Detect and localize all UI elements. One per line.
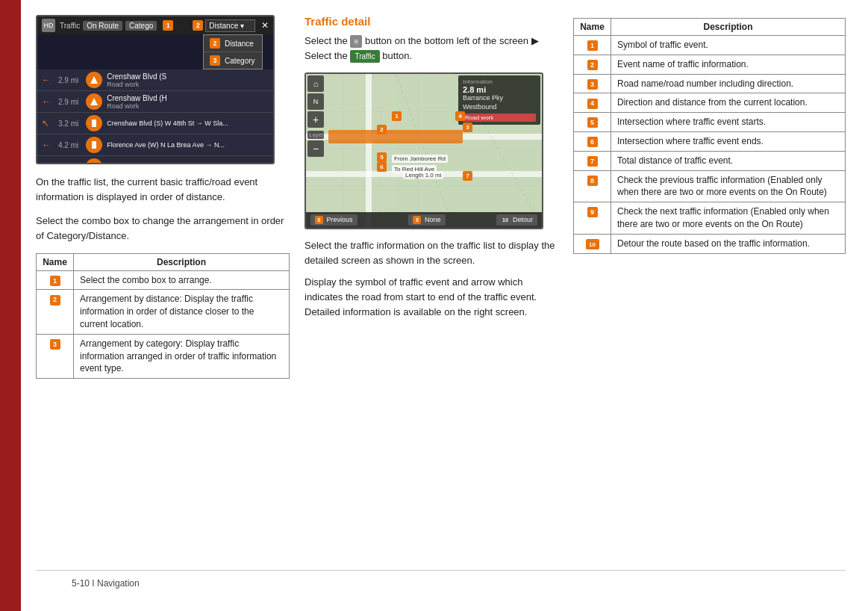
r-badge-cell-9: 9 [574, 202, 611, 235]
category-option-label: Category [225, 57, 255, 65]
r-desc-9: Check the next traffic information (Enab… [611, 202, 846, 235]
none-btn[interactable]: 9 None [408, 214, 445, 226]
r-badge-cell-2: 2 [574, 55, 611, 74]
nav-extra-label: Layer [307, 131, 324, 139]
desc-cell-1: Select the combo box to arrange. [74, 270, 290, 290]
r-badge-6: 6 [587, 137, 598, 147]
previous-btn[interactable]: 8 Previous [310, 214, 357, 226]
r-desc-6: Intersection where traffic event ends. [611, 131, 846, 151]
desc-cell-2: Arrangement by distance: Display the tra… [74, 290, 290, 334]
left-column: HD Traffic On Route Catego 1 2 Distance … [36, 15, 290, 562]
dist-4: 4.2 mi [58, 141, 78, 149]
r-badge-cell-1: 1 [574, 36, 611, 55]
nav-info-panel: Information 2.8 mi Barrance Pky Westboun… [458, 75, 540, 124]
content-area: HD Traffic On Route Catego 1 2 Distance … [21, 0, 868, 611]
table-row: 9 Check the next traffic information (En… [574, 202, 846, 235]
tl-row-3[interactable]: ↖ 3.2 mi Crenshaw Blvd (S) W 48th St → W… [37, 113, 273, 134]
dist-5: 4.9 mi [58, 163, 78, 165]
dist-2: 2.9 mi [58, 98, 78, 106]
table-row: 3 Arrangement by category: Display traff… [37, 334, 290, 378]
table-row: 6 Intersection where traffic event ends. [574, 131, 846, 151]
badge-cell-1: 1 [37, 270, 74, 290]
road-work-label: Road work [463, 114, 536, 122]
traffic-icon-4 [86, 137, 102, 153]
length-label: Length 1.0 mi [403, 171, 443, 179]
traffic-list-image: HD Traffic On Route Catego 1 2 Distance … [36, 15, 275, 164]
detour-btn[interactable]: 10 Detour [496, 214, 537, 226]
table-row: 2 Event name of traffic information. [574, 55, 846, 74]
traffic-button[interactable]: Traffic [350, 50, 379, 63]
left-table-name-header: Name [37, 253, 74, 270]
nav-zoom-out-icon[interactable]: − [307, 140, 324, 157]
nav-badge-5: 5 [377, 152, 387, 162]
td-intro-text: Select the ≡ button on the bottom left o… [305, 34, 558, 63]
arrow-icon-3: ↖ [42, 118, 54, 128]
from-label: From Jamboree Rd [392, 155, 448, 163]
main-columns: HD Traffic On Route Catego 1 2 Distance … [36, 15, 846, 562]
badge-cell-2: 2 [37, 290, 74, 334]
r-desc-8: Check the previous traffic information (… [611, 170, 846, 202]
distance-dropdown[interactable]: Distance ▾ [205, 19, 255, 32]
r-badge-2: 2 [587, 60, 598, 70]
tl-row-1[interactable]: ← 2.9 mi Crenshaw Blvd (S Road work [37, 69, 273, 91]
traffic-icon-2 [86, 93, 102, 110]
badge-2-header: 2 [193, 20, 203, 31]
road-info-4: Florence Ave (W) N La Brea Ave → N... [107, 141, 225, 149]
tl-row-4[interactable]: ← 4.2 mi Florence Ave (W) N La Brea Ave … [37, 134, 273, 156]
r-badge-cell-10: 10 [574, 234, 611, 253]
info-dist: 2.8 mi [463, 85, 536, 94]
tl-row-2[interactable]: ← 2.9 mi Crenshaw Blvd (H Road work [37, 91, 273, 113]
road-name-label: Barrance Pky Westbound [463, 94, 536, 111]
left-body-text-2: Select the combo box to change the arran… [36, 214, 290, 244]
desc-cell-3: Arrangement by category: Display traffic… [74, 334, 290, 378]
arrow-icon-5: ← [42, 161, 54, 164]
r-badge-9: 9 [587, 207, 598, 217]
r-badge-5: 5 [587, 117, 598, 128]
dist-3: 3.2 mi [58, 120, 78, 128]
left-body-text-1: On the traffic list, the current basic t… [36, 175, 290, 205]
nav-screen: ⌂ N + Layer − Information 2.8 mi Barranc… [305, 72, 543, 229]
table-row: 1 Select the combo box to arrange. [37, 270, 290, 290]
svg-rect-2 [92, 163, 96, 164]
nav-home-icon[interactable]: ⌂ [307, 75, 324, 92]
tl-row-5[interactable]: ← 4.9 mi Florence Ave (W) N Inglewood Av… [37, 156, 273, 164]
svg-rect-1 [92, 141, 96, 149]
tl-header-label: Traffic [60, 22, 80, 30]
table-row: 2 Arrangement by distance: Display the t… [37, 290, 290, 334]
middle-column: Traffic detail Select the ≡ button on th… [305, 15, 558, 562]
td-body-1: Select the traffic information on the tr… [305, 238, 558, 268]
r-badge-3: 3 [587, 79, 598, 90]
info-title: Information [463, 78, 536, 85]
nav-badge-2: 2 [377, 125, 387, 134]
badge-1: 1 [50, 276, 60, 286]
tl-close-icon[interactable]: ✕ [261, 20, 269, 31]
r-badge-4: 4 [587, 99, 598, 109]
arrow-icon-2: ← [42, 96, 54, 107]
td-text-3: Select the [305, 50, 348, 61]
right-table-desc-header: Description [611, 19, 846, 36]
arrow-icon-4: ← [42, 140, 54, 150]
dropdown-container: 2 Distance ▾ [193, 19, 255, 32]
table-row: 5 Intersection where traffic event start… [574, 113, 846, 132]
road-info-2: Crenshaw Blvd (H Road work [107, 94, 167, 110]
road-info-3: Crenshaw Blvd (S) W 48th St → W Sla... [107, 120, 228, 127]
nav-zoom-icon[interactable]: + [307, 111, 324, 128]
distance-option-label: Distance [225, 40, 254, 48]
left-table-desc-header: Description [74, 253, 290, 270]
r-badge-cell-4: 4 [574, 93, 611, 113]
road-info-5: Florence Ave (W) N Inglewood Ave ... [107, 163, 218, 164]
td-text-4: button. [382, 50, 412, 61]
nav-badge-6: 6 [377, 162, 387, 172]
table-row: 10 Detour the route based on the traffic… [574, 234, 846, 253]
menu-button[interactable]: ≡ [350, 35, 362, 49]
table-row: 1 Symbol of traffic event. [574, 36, 846, 55]
nav-left-panel: ⌂ N + Layer − [307, 75, 324, 157]
category-tab[interactable]: Catego [125, 21, 157, 31]
dropdown-distance[interactable]: 2 Distance [204, 35, 262, 52]
r-desc-7: Total distance of traffic event. [611, 151, 846, 170]
on-route-tab[interactable]: On Route [83, 21, 122, 31]
r-desc-10: Detour the route based on the traffic in… [611, 234, 846, 253]
r-desc-4: Direction and distance from the current … [611, 93, 846, 113]
dropdown-category[interactable]: 3 Category [204, 52, 262, 69]
nav-compass-icon[interactable]: N [307, 93, 324, 110]
